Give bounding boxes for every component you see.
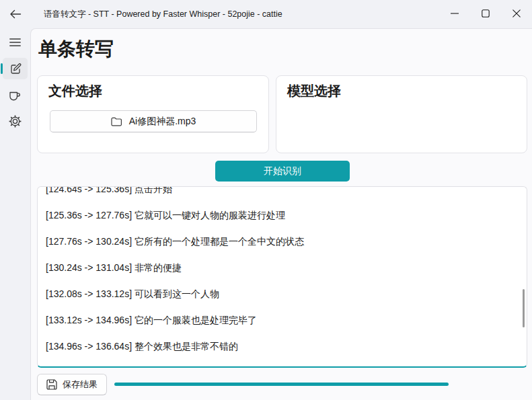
page-title: 单条转写 <box>38 36 114 62</box>
save-icon <box>46 379 57 390</box>
start-recognition-button[interactable]: 开始识别 <box>215 161 350 182</box>
back-button[interactable] <box>5 6 26 22</box>
file-select-card: 文件选择 Ai修图神器.mp3 <box>37 75 269 153</box>
file-card-title: 文件选择 <box>48 82 102 100</box>
save-results-button[interactable]: 保存结果 <box>37 374 107 395</box>
scrollbar-thumb[interactable] <box>523 289 525 327</box>
save-button-label: 保存结果 <box>63 378 98 391</box>
sidebar-item-transcribe[interactable] <box>3 58 28 79</box>
minimize-button[interactable] <box>439 0 470 27</box>
close-button[interactable] <box>501 0 532 27</box>
file-name-label: Ai修图神器.mp3 <box>129 116 196 128</box>
model-card-title: 模型选择 <box>287 82 341 100</box>
gear-icon <box>9 115 22 128</box>
close-icon <box>512 9 521 17</box>
model-select-card: 模型选择 small: 最快，识别精度较低【模型大小约500MB】 medium… <box>276 75 527 153</box>
file-picker-button[interactable]: Ai修图神器.mp3 <box>50 110 257 132</box>
nav-menu-button[interactable] <box>3 32 28 52</box>
result-line: [130.24s -> 131.04s] 非常的便捷 <box>46 255 519 281</box>
titlebar: 语音转文字 - STT - Powered by Faster Whisper … <box>0 0 532 28</box>
progress-bar <box>114 383 527 386</box>
app-window: 语音转文字 - STT - Powered by Faster Whisper … <box>0 0 532 400</box>
minimize-icon <box>451 13 459 14</box>
result-line: [125.36s -> 127.76s] 它就可以一键对人物的服装进行处理 <box>46 202 519 229</box>
maximize-button[interactable] <box>470 0 501 27</box>
result-line: [127.76s -> 130.24s] 它所有的一个处理都是一个全中文的状态 <box>46 229 519 255</box>
maximize-icon <box>482 9 490 17</box>
sidebar-item-donate[interactable] <box>3 85 28 106</box>
result-line: [132.08s -> 133.12s] 可以看到这一个人物 <box>46 281 519 307</box>
results-textbox[interactable]: [124.64s -> 125.36s] 点击开始 [125.36s -> 12… <box>37 186 527 368</box>
results-content: [124.64s -> 125.36s] 点击开始 [125.36s -> 12… <box>38 186 527 360</box>
result-line: [124.64s -> 125.36s] 点击开始 <box>46 186 519 202</box>
menu-icon <box>9 38 21 46</box>
sidebar-nav <box>0 28 30 400</box>
sidebar-item-settings[interactable] <box>3 110 28 132</box>
result-line: [134.96s -> 136.64s] 整个效果也是非常不错的 <box>46 333 519 360</box>
cup-icon <box>9 90 22 101</box>
progress-bar-fill <box>114 383 449 386</box>
folder-icon <box>111 117 122 126</box>
result-line: [133.12s -> 134.96s] 它的一个服装也是处理完毕了 <box>46 307 519 333</box>
edit-icon <box>9 63 22 75</box>
window-title: 语音转文字 - STT - Powered by Faster Whisper … <box>44 0 282 28</box>
back-arrow-icon <box>10 9 22 19</box>
